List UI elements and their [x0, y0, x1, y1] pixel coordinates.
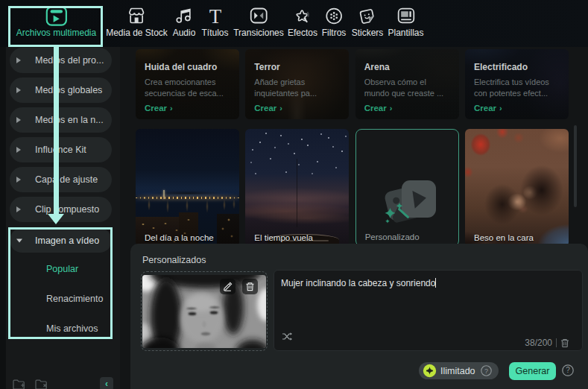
svg-text:?: ? [566, 366, 570, 374]
svg-text:?: ? [484, 367, 488, 375]
svg-text:T: T [209, 7, 221, 25]
